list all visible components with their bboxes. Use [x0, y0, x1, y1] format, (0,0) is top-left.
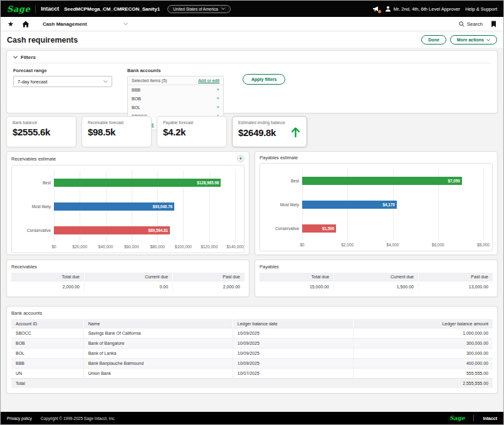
cell: 300,000.00 — [353, 338, 493, 349]
user-name: Mr. 2nd, 4th, 6th Level Approver — [394, 6, 460, 12]
help-support-link[interactable]: Help & Support — [465, 6, 497, 12]
selected-account-item: BOB× — [128, 94, 223, 103]
add-or-edit-link[interactable]: Add or edit — [198, 78, 219, 83]
chevron-down-icon — [103, 80, 108, 83]
privacy-policy-link[interactable]: Privacy policy — [7, 416, 32, 421]
cell: 15,000.00 — [260, 281, 334, 292]
bar-track: $128,965.98 — [54, 179, 235, 187]
forecast-range-select[interactable]: 7-day forecast — [13, 76, 112, 87]
remove-item-icon[interactable]: × — [216, 105, 219, 110]
kpi-value: $2555.6k — [13, 127, 70, 137]
bar-track: $4,170 — [302, 201, 483, 209]
cell: Bank Banplauche Balmound — [83, 359, 233, 369]
bar-value-label: $89,594.81 — [148, 228, 168, 233]
column-header: Account ID — [11, 319, 83, 328]
notification-dot — [378, 10, 381, 13]
gridline — [235, 171, 236, 242]
bar-row: Best$128,965.98 — [16, 179, 235, 187]
chart-expand-button[interactable]: + — [237, 155, 244, 162]
cell: BOL — [11, 349, 83, 359]
axis-tick-label: $140,000 — [226, 244, 243, 249]
cell: SBOCC — [11, 328, 83, 338]
table-title: Payables — [260, 264, 493, 270]
bar-category-label: Best — [16, 181, 54, 185]
bar-conservative[interactable]: $89,594.81 — [54, 226, 170, 234]
payables-table: Total dueCurrent duePast due15,000.001,5… — [260, 273, 493, 291]
cell: Bank of Bangalore — [83, 338, 233, 349]
table-row: 2,000.000.002,000.00 — [11, 281, 244, 292]
account-name: BOL — [132, 105, 140, 110]
table-row: UNUnion Bank10/07/2025555,555.00 — [11, 369, 493, 379]
announcements-button[interactable] — [372, 6, 380, 13]
cell: BOB — [11, 338, 83, 349]
plus-icon: + — [239, 155, 242, 162]
chevron-down-icon — [13, 56, 18, 59]
chevron-down-icon — [486, 39, 490, 41]
bar-row: Best$7,050 — [264, 177, 483, 185]
bar-most-likely[interactable]: $4,170 — [302, 201, 397, 209]
bar-most-likely[interactable]: $93,040.76 — [54, 202, 174, 211]
bar-track: $1,500 — [302, 224, 483, 233]
table-row: BOLBank of Lanka10/09/2025300,000.00 — [11, 349, 493, 359]
axis-tick-label: $2,000 — [341, 243, 354, 247]
total-row: Total2,555,555.00 — [11, 379, 493, 389]
table-body: SBOCCSavings Bank Of California10/09/202… — [11, 328, 493, 389]
more-actions-button[interactable]: More actions — [450, 35, 497, 45]
payables-table-panel: Payables Total dueCurrent duePast due15,… — [255, 260, 498, 297]
cell: Union Bank — [83, 369, 233, 379]
column-header: Total due — [260, 273, 334, 281]
search-icon — [459, 21, 465, 27]
header-row: Account IDNameLedger balance dateLedger … — [11, 319, 493, 328]
remove-item-icon[interactable]: × — [216, 96, 219, 101]
selected-account-item: BOL× — [128, 103, 223, 112]
axis-tick-label: $6,000 — [432, 243, 444, 247]
table-body: 15,000.001,500.0013,000.00 — [260, 281, 493, 292]
forecast-range-label: Forecast range — [13, 68, 112, 73]
column-header: Current due — [85, 273, 173, 281]
done-button[interactable]: Done — [421, 35, 446, 45]
account-name: BOB — [132, 97, 141, 101]
axis-tick-label: $60,000 — [124, 244, 139, 249]
kpi-label: Payable forecast — [163, 120, 221, 125]
bar-conservative[interactable]: $1,500 — [302, 224, 336, 233]
column-header: Current due — [334, 273, 419, 281]
bank-accounts-label: Bank accounts — [127, 68, 224, 73]
account-name: BBB — [132, 88, 140, 92]
forecast-range-value: 7-day forecast — [18, 79, 48, 85]
bar-best[interactable]: $128,965.98 — [54, 179, 221, 187]
column-header: Ledger balance amount — [353, 319, 493, 328]
table-header: Total dueCurrent duePast due — [260, 273, 493, 281]
favorites-star-icon[interactable]: ★ — [8, 21, 14, 28]
user-menu[interactable]: Mr. 2nd, 4th, 6th Level Approver — [385, 6, 460, 12]
kpi-payable-forecast: Payable forecast $4.2k — [157, 116, 227, 147]
table-title: Receivables — [11, 264, 244, 270]
bookmark-icon[interactable] — [491, 21, 496, 28]
sage-logo: Sage — [7, 4, 30, 14]
kpi-label: Bank balance — [13, 120, 70, 125]
cell: 1,500.00 — [334, 281, 419, 292]
axis-tick-label: $8,000 — [477, 243, 490, 247]
home-icon[interactable] — [22, 21, 29, 28]
chevron-down-icon — [123, 23, 128, 26]
axis-tick-label: $0 — [300, 243, 304, 247]
bar-rows: Best$7,050Most likely$4,170Conservative$… — [264, 169, 483, 240]
cell: 2,000.00 — [11, 281, 85, 292]
sage-logo: Sage — [449, 415, 465, 421]
bar-category-label: Conservative — [16, 228, 54, 233]
page-title: Cash requirements — [7, 36, 78, 45]
cell: 2,000.00 — [173, 281, 244, 292]
filters-toggle[interactable]: Filters — [13, 55, 491, 63]
bar-category-label: Most likely — [264, 202, 302, 207]
axis-tick-label: $4,000 — [387, 243, 399, 247]
apply-filters-button[interactable]: Apply filters — [243, 74, 285, 85]
apply-filters-label: Apply filters — [251, 77, 276, 81]
bar-value-label: $128,965.98 — [197, 181, 219, 185]
charts-row: Receivables estimate + Best$128,965.98Mo… — [6, 151, 498, 255]
cell: 10/07/2025 — [233, 369, 353, 379]
module-dropdown[interactable]: Cash Management — [43, 21, 128, 27]
bar-rows: Best$128,965.98Most likely$93,040.76Cons… — [16, 171, 235, 242]
entity-selector[interactable]: United States of America — [167, 5, 231, 13]
bar-best[interactable]: $7,050 — [302, 177, 462, 185]
remove-item-icon[interactable]: × — [216, 87, 219, 92]
search-button[interactable]: Search — [459, 21, 483, 27]
